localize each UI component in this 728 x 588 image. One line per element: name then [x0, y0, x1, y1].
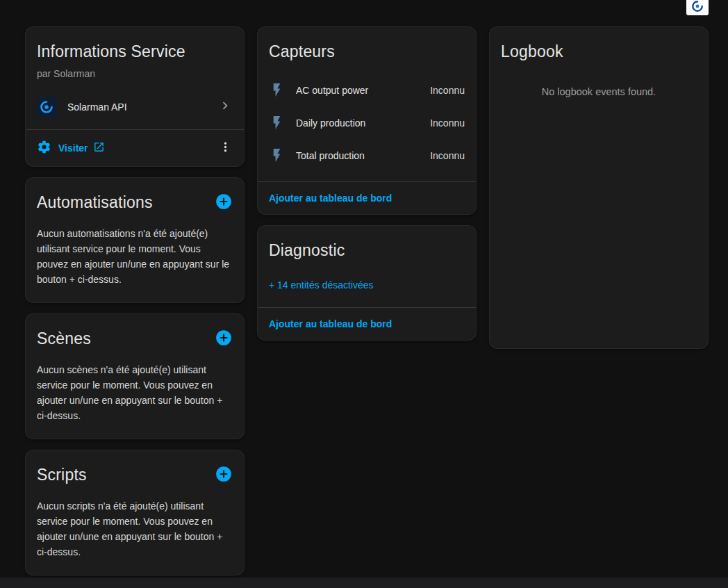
scripts-header: Scripts [26, 450, 244, 491]
sensor-state: Inconnu [430, 117, 465, 129]
sensor-row-daily-production[interactable]: Daily production Inconnu [258, 106, 476, 139]
plus-circle-icon [215, 465, 233, 485]
scenes-header: Scènes [26, 314, 244, 355]
service-info-header: Informations Service [26, 27, 244, 68]
add-script-button[interactable] [215, 466, 233, 484]
automations-title: Automatisations [37, 193, 153, 212]
scenes-empty-text: Aucun scènes n'a été ajouté(e) utilisant… [26, 355, 244, 439]
logbook-header: Logbook [490, 27, 708, 68]
open-in-new-icon [93, 141, 105, 155]
plus-circle-icon [215, 329, 233, 349]
sensor-name: Total production [296, 150, 419, 161]
left-column: Informations Service par Solarman Solarm… [25, 26, 245, 575]
scripts-empty-text: Aucun scripts n'a été ajouté(e) utilisan… [26, 491, 244, 575]
overflow-menu-button[interactable] [215, 137, 235, 159]
diagnostic-title: Diagnostic [269, 241, 345, 260]
bottom-strip [0, 578, 728, 588]
logbook-empty-text: No logbook events found. [490, 68, 708, 97]
dots-vertical-icon [218, 140, 233, 156]
solarman-icon [37, 97, 56, 117]
right-column: Logbook No logbook events found. [489, 26, 709, 349]
logbook-card: Logbook No logbook events found. [489, 26, 709, 349]
service-info-actions: Visiter [26, 129, 244, 166]
scripts-card: Scripts Aucun scripts n'a été ajouté(e) … [25, 450, 245, 575]
chevron-right-icon [217, 98, 233, 116]
integration-name: Solarman API [67, 101, 206, 113]
sensors-title: Capteurs [269, 42, 335, 61]
diagnostic-card: Diagnostic + 14 entités désactivées Ajou… [257, 225, 477, 341]
scenes-title: Scènes [37, 329, 91, 348]
device-page-columns: Informations Service par Solarman Solarm… [0, 0, 728, 575]
sensor-name: Daily production [296, 117, 419, 129]
flash-icon [269, 115, 285, 131]
visit-link-label: Visiter [58, 142, 88, 154]
sensor-name: AC output power [296, 85, 419, 96]
sensor-state: Inconnu [430, 150, 465, 161]
settings-gear-button[interactable] [34, 137, 54, 159]
service-info-card: Informations Service par Solarman Solarm… [25, 26, 245, 167]
add-automation-button[interactable] [215, 194, 233, 212]
sensors-card: Capteurs AC output power Inconnu Daily p… [257, 26, 477, 215]
disabled-entities-link[interactable]: + 14 entités désactivées [258, 267, 476, 307]
logbook-title: Logbook [501, 42, 563, 61]
sensor-row-total-production[interactable]: Total production Inconnu [258, 139, 476, 172]
middle-column: Capteurs AC output power Inconnu Daily p… [257, 26, 477, 341]
brand-logo-box [686, 0, 709, 15]
automations-card: Automatisations Aucun automatisations n'… [25, 177, 245, 303]
sensor-state: Inconnu [430, 85, 465, 96]
flash-icon [269, 82, 285, 98]
sensor-rows: AC output power Inconnu Daily production… [258, 68, 476, 181]
sensors-add-to-dashboard-button[interactable]: Ajouter au tableau de bord [258, 181, 476, 214]
diagnostic-header: Diagnostic [258, 226, 476, 267]
sensors-header: Capteurs [258, 27, 476, 68]
sensor-row-ac-output-power[interactable]: AC output power Inconnu [258, 74, 476, 106]
service-info-title: Informations Service [37, 42, 185, 61]
automations-header: Automatisations [26, 178, 244, 219]
scripts-title: Scripts [37, 466, 87, 484]
automations-empty-text: Aucun automatisations n'a été ajouté(e) … [26, 219, 244, 302]
diagnostic-add-to-dashboard-button[interactable]: Ajouter au tableau de bord [258, 307, 476, 340]
solarman-logo-icon [691, 0, 704, 15]
visit-link[interactable]: Visiter [58, 141, 105, 155]
plus-circle-icon [215, 193, 233, 213]
add-scene-button[interactable] [215, 330, 233, 348]
gear-icon [37, 140, 51, 156]
flash-icon [269, 147, 285, 163]
service-info-subtitle: par Solarman [26, 68, 244, 79]
scenes-card: Scènes Aucun scènes n'a été ajouté(e) ut… [25, 313, 245, 439]
integration-row-solarman-api[interactable]: Solarman API [31, 92, 238, 122]
